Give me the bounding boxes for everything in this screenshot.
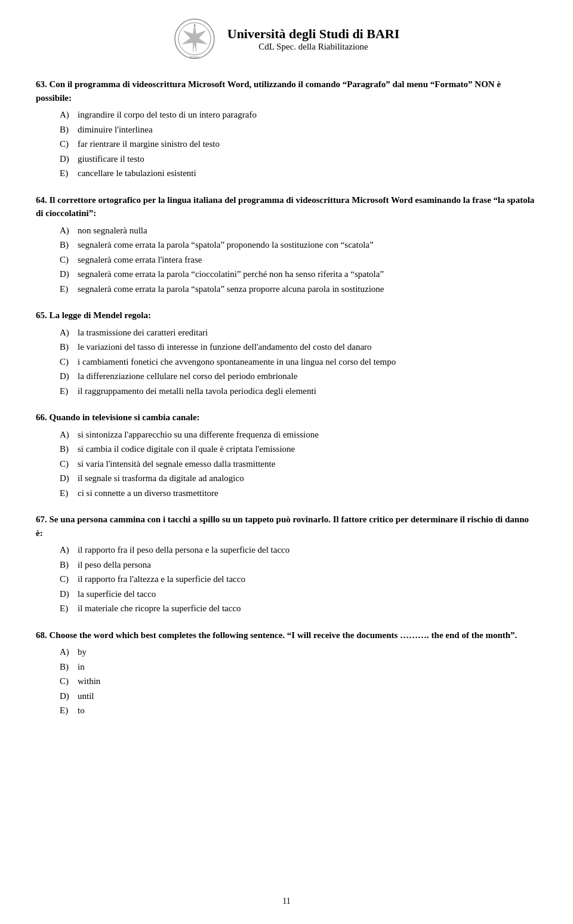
option-text: il raggruppamento dei metalli nella tavo… [78,384,316,398]
option-label: A) [60,326,73,340]
option-item: B)diminuire l'interlinea [60,123,537,137]
svg-text:★: ★ [193,24,196,27]
course-name: CdL Spec. della Riabilitazione [227,42,400,52]
question-number-64: 64. [36,195,50,205]
option-label: E) [60,602,73,615]
option-text: diminuire l'interlinea [78,123,153,137]
question-number-65: 65. [36,310,50,320]
option-item: B)le variazioni del tasso di interesse i… [60,340,537,354]
options-68: A)byB)inC)withinD)untilE)to [60,645,537,717]
option-label: D) [60,267,73,281]
option-label: B) [60,558,73,572]
option-item: D)la differenziazione cellulare nel cors… [60,369,537,383]
question-block-65: 65. La legge di Mendel regola:A)la trasm… [36,309,537,398]
options-67: A)il rapporto fra il peso della persona … [60,543,537,615]
options-64: A)non segnalerà nullaB)segnalerà come er… [60,224,537,296]
question-body-64: Il correttore ortografico per la lingua … [36,195,534,218]
option-text: il peso della persona [78,558,151,572]
option-item: C)segnalerà come errata l'intera frase [60,253,537,267]
option-text: within [78,674,100,688]
option-label: E) [60,704,73,717]
option-item: E)il materiale che ricopre la superficie… [60,602,537,615]
header-text-block: Università degli Studi di BARI CdL Spec.… [227,26,400,52]
question-number-66: 66. [36,412,50,422]
option-text: in [78,660,85,674]
svg-text:ITALIA: ITALIA [190,56,200,58]
option-text: il rapporto fra il peso della persona e … [78,543,289,557]
option-label: E) [60,384,73,398]
option-text: far rientrare il margine sinistro del te… [78,137,220,151]
option-item: E)cancellare le tabulazioni esistenti [60,167,537,180]
option-text: by [78,645,87,659]
option-label: A) [60,543,73,557]
question-text-67: 67. Se una persona cammina con i tacchi … [36,513,537,540]
option-label: B) [60,660,73,674]
option-text: il segnale si trasforma da digitale ad a… [78,472,244,485]
option-label: C) [60,674,73,688]
options-65: A)la trasmissione dei caratteri ereditar… [60,326,537,398]
option-item: B)si cambia il codice digitale con il qu… [60,442,537,456]
option-label: B) [60,340,73,354]
questions-container: 63. Con il programma di videoscrittura M… [36,78,537,717]
question-block-63: 63. Con il programma di videoscrittura M… [36,78,537,180]
question-body-68: Choose the word which best completes the… [50,630,517,640]
question-number-67: 67. [36,515,50,524]
option-label: B) [60,238,73,252]
option-item: A)non segnalerà nulla [60,224,537,238]
option-label: A) [60,224,73,238]
option-item: C)far rientrare il margine sinistro del … [60,137,537,151]
option-label: D) [60,689,73,703]
option-item: B)in [60,660,537,674]
option-item: C)il rapporto fra l'altezza e la superfi… [60,572,537,586]
option-label: D) [60,472,73,485]
option-text: le variazioni del tasso di interesse in … [78,340,372,354]
question-block-68: 68. Choose the word which best completes… [36,629,537,717]
option-label: B) [60,442,73,456]
option-label: D) [60,369,73,383]
option-text: la trasmissione dei caratteri ereditari [78,326,208,340]
option-text: giustificare il testo [78,152,144,166]
question-block-66: 66. Quando in televisione si cambia cana… [36,411,537,500]
option-text: si cambia il codice digitale con il qual… [78,442,295,456]
question-text-65: 65. La legge di Mendel regola: [36,309,537,322]
option-label: D) [60,152,73,166]
option-item: C)within [60,674,537,688]
option-label: A) [60,645,73,659]
option-text: la superficie del tacco [78,587,156,601]
option-text: si varia l'intensità del segnale emesso … [78,457,275,471]
option-label: A) [60,428,73,442]
option-item: A)ingrandire il corpo del testo di un in… [60,108,537,122]
options-63: A)ingrandire il corpo del testo di un in… [60,108,537,180]
page-number: 11 [282,897,290,906]
option-text: il rapporto fra l'altezza e la superfici… [78,572,245,586]
question-body-63: Con il programma di videoscrittura Micro… [36,79,501,103]
question-text-64: 64. Il correttore ortografico per la lin… [36,193,537,220]
option-text: la differenziazione cellulare nel corso … [78,369,297,383]
option-label: C) [60,457,73,471]
question-block-67: 67. Se una persona cammina con i tacchi … [36,513,537,615]
option-item: A)by [60,645,537,659]
option-label: D) [60,587,73,601]
option-label: B) [60,123,73,137]
option-item: A)si sintonizza l'apparecchio su una dif… [60,428,537,442]
option-item: D)giustificare il testo [60,152,537,166]
option-text: cancellare le tabulazioni esistenti [78,167,196,180]
svg-marker-2 [181,23,208,54]
option-item: D)segnalerà come errata la parola “ciocc… [60,267,537,281]
option-text: il materiale che ricopre la superficie d… [78,602,241,615]
option-item: D)until [60,689,537,703]
option-item: E)ci si connette a un diverso trasmettit… [60,486,537,500]
option-text: segnalerà come errata la parola “spatola… [78,238,374,252]
option-label: E) [60,282,73,296]
option-text: until [78,689,94,703]
page-header: ITALIA ★ Università degli Studi di BARI … [36,18,537,60]
option-label: E) [60,167,73,180]
option-text: i cambiamenti fonetici che avvengono spo… [78,355,396,369]
option-item: E)to [60,704,537,717]
question-text-63: 63. Con il programma di videoscrittura M… [36,78,537,104]
option-label: C) [60,572,73,586]
option-text: to [78,704,85,717]
option-text: non segnalerà nulla [78,224,147,238]
option-text: si sintonizza l'apparecchio su una diffe… [78,428,319,442]
option-item: C)si varia l'intensità del segnale emess… [60,457,537,471]
